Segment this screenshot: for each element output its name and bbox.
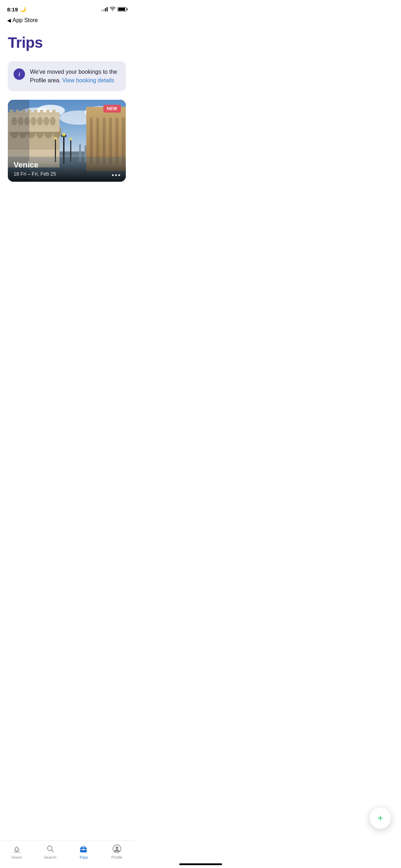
status-time: 8:19	[7, 6, 18, 12]
trip-more-options[interactable]	[112, 174, 120, 176]
trip-card[interactable]: NEW Venice 18 Fri – Fri, Feb 25	[8, 100, 126, 182]
trip-card-overlay: Venice 18 Fri – Fri, Feb 25	[8, 155, 126, 182]
app-store-label: App Store	[12, 17, 38, 24]
svg-point-45	[69, 138, 72, 140]
svg-point-43	[54, 137, 57, 140]
app-store-back[interactable]: ◀ App Store	[0, 16, 134, 27]
wifi-icon	[110, 7, 115, 12]
trip-dates: 18 Fri – Fri, Feb 25	[14, 171, 120, 177]
svg-rect-31	[52, 110, 56, 114]
trip-destination: Venice	[14, 160, 120, 170]
svg-point-22	[50, 117, 56, 125]
signal-bars-icon	[101, 7, 108, 11]
status-left: 8:19 🌙	[7, 6, 26, 12]
svg-point-21	[43, 117, 49, 125]
svg-rect-29	[40, 110, 43, 114]
page-title: Trips	[8, 34, 126, 51]
svg-point-20	[37, 117, 43, 125]
back-chevron-icon: ◀	[7, 17, 11, 23]
svg-rect-30	[46, 110, 50, 114]
info-banner: i We've moved your bookings to the Profi…	[8, 61, 126, 91]
battery-icon	[118, 7, 127, 11]
info-icon: i	[19, 71, 20, 77]
status-right	[101, 7, 127, 12]
info-banner-text: We've moved your bookings to the Profile…	[30, 68, 120, 85]
moon-icon: 🌙	[20, 6, 26, 12]
status-bar: 8:19 🌙	[0, 0, 134, 16]
info-icon-circle: i	[14, 68, 25, 80]
main-content: Trips i We've moved your bookings to the…	[0, 27, 134, 182]
svg-rect-28	[34, 110, 37, 114]
view-booking-link[interactable]: View booking details	[62, 77, 114, 83]
new-badge: NEW	[103, 105, 121, 113]
svg-point-41	[62, 133, 66, 136]
svg-point-19	[31, 117, 36, 125]
